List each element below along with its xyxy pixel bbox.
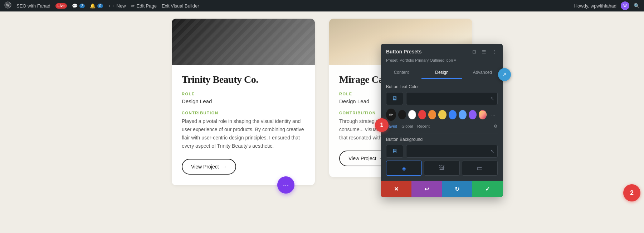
swatch-blue-dark[interactable] bbox=[449, 110, 457, 119]
admin-bar-right: Howdy, wpwithfahad W 🔍 bbox=[574, 1, 640, 10]
notifications-item[interactable]: 🔔 0 bbox=[90, 3, 103, 9]
bg-monitor-btn[interactable]: 🖥 bbox=[386, 145, 403, 158]
tab-design[interactable]: Design bbox=[421, 67, 462, 79]
panel-footer: ✕ ↩ ↻ ✓ bbox=[381, 181, 503, 197]
text-color-monitor-btn[interactable]: 🖥 bbox=[386, 92, 403, 105]
text-color-label: Button Text Color bbox=[386, 84, 498, 89]
swatch-orange[interactable] bbox=[428, 110, 436, 119]
badge-1: 1 bbox=[375, 118, 389, 132]
swatch-black[interactable] bbox=[398, 110, 406, 119]
gradient-icon: ◈ bbox=[402, 165, 406, 172]
text-color-text-input[interactable]: ↖ bbox=[406, 92, 498, 105]
cancel-button[interactable]: ✕ bbox=[381, 181, 411, 197]
text-color-input-row: 🖥 ↖ bbox=[386, 92, 498, 105]
more-icon: ··· bbox=[283, 181, 289, 189]
bg-gradient-btn[interactable]: ◈ bbox=[386, 161, 422, 176]
image2-icon: 🗃 bbox=[477, 165, 483, 171]
swatch-purple[interactable] bbox=[469, 110, 477, 119]
howdy-text: Howdy, wpwithfahad bbox=[574, 3, 616, 9]
bg-image-btn[interactable]: 🖼 bbox=[424, 161, 460, 176]
panel-columns-icon[interactable]: ☰ bbox=[480, 48, 488, 55]
preset-selector[interactable]: Preset: Portfolio Primary Outlined Icon … bbox=[386, 58, 456, 62]
floating-more-button[interactable]: ··· bbox=[277, 176, 294, 194]
trinity-btn-arrow: → bbox=[222, 164, 227, 170]
badge-2: 2 bbox=[623, 184, 640, 201]
bg-cursor-icon: ↖ bbox=[490, 148, 494, 154]
swatch-blue[interactable] bbox=[459, 110, 467, 119]
search-icon[interactable]: 🔍 bbox=[634, 3, 640, 9]
plus-icon: + bbox=[108, 3, 111, 9]
panel-resize-icon[interactable]: ⊡ bbox=[470, 48, 478, 55]
wordpress-icon[interactable]: W bbox=[4, 1, 11, 10]
swatch-red[interactable] bbox=[418, 110, 426, 119]
swatch-gradient[interactable] bbox=[479, 110, 487, 119]
svg-text:W: W bbox=[6, 3, 10, 7]
panel-title: Button Presets bbox=[386, 49, 422, 54]
panel-float-button[interactable]: ↗ bbox=[498, 68, 511, 81]
site-name[interactable]: SEO with Fahad bbox=[16, 3, 50, 9]
swatch-yellow[interactable] bbox=[438, 110, 446, 119]
admin-bar-left: W SEO with Fahad Live 💬 2 🔔 0 + + New ✏ … bbox=[4, 1, 569, 10]
recent-tab[interactable]: Recent bbox=[417, 124, 430, 128]
bg-label: Button Background bbox=[386, 137, 498, 142]
bg-type-row: ◈ 🖼 🗃 bbox=[386, 161, 498, 176]
trinity-card-image bbox=[172, 19, 315, 65]
mirage-btn-label: View Project bbox=[348, 156, 376, 161]
more-colors-btn[interactable]: ··· bbox=[489, 110, 498, 119]
more-dots-icon: ··· bbox=[491, 112, 496, 118]
swatches-row: ✏ ··· bbox=[386, 109, 498, 121]
tab-content[interactable]: Content bbox=[381, 67, 421, 79]
button-presets-panel: Button Presets ⊡ ☰ ⋮ Preset: Portfolio P… bbox=[381, 44, 503, 197]
trinity-card-title: Trinity Beauty Co. bbox=[182, 74, 305, 85]
pen-icon: ✏ bbox=[389, 112, 393, 118]
monitor-icon: 🖥 bbox=[392, 95, 397, 102]
saved-global-recent-tabs: Saved Global Recent ⚙ bbox=[386, 124, 498, 129]
cursor-icon: ↖ bbox=[490, 96, 494, 101]
trinity-role-value: Design Lead bbox=[182, 98, 305, 104]
avatar-initial: W bbox=[623, 4, 626, 8]
bg-text-input[interactable]: ↖ bbox=[406, 145, 498, 158]
redo-button[interactable]: ↻ bbox=[442, 181, 472, 197]
bg-input-row: 🖥 ↖ bbox=[386, 145, 498, 158]
confirm-button[interactable]: ✓ bbox=[472, 181, 503, 197]
comment-icon: 💬 bbox=[72, 3, 78, 9]
trinity-contribution-label: CONTRIBUTION bbox=[182, 111, 305, 115]
image-icon: 🖼 bbox=[439, 165, 445, 171]
swatch-white[interactable] bbox=[408, 110, 416, 119]
trinity-role-label: ROLE bbox=[182, 92, 305, 96]
tabs-gear-icon[interactable]: ⚙ bbox=[494, 124, 498, 129]
panel-more-icon[interactable]: ⋮ bbox=[491, 48, 498, 55]
bg-monitor-icon: 🖥 bbox=[392, 148, 397, 154]
admin-bar: W SEO with Fahad Live 💬 2 🔔 0 + + New ✏ … bbox=[0, 0, 644, 11]
exit-builder-button[interactable]: Exit Visual Builder bbox=[162, 3, 199, 9]
comments-count: 2 bbox=[79, 4, 85, 8]
avatar[interactable]: W bbox=[621, 1, 629, 10]
trinity-view-project-btn[interactable]: View Project → bbox=[182, 159, 236, 175]
trinity-card: Trinity Beauty Co. ROLE Design Lead CONT… bbox=[172, 19, 315, 185]
trinity-btn-label: View Project bbox=[191, 164, 219, 170]
cards-area: Trinity Beauty Co. ROLE Design Lead CONT… bbox=[0, 11, 644, 233]
bg-image2-btn[interactable]: 🗃 bbox=[462, 161, 498, 176]
comments-item[interactable]: 💬 2 bbox=[72, 3, 85, 9]
tab-advanced[interactable]: Advanced bbox=[462, 67, 503, 79]
trinity-card-body: Trinity Beauty Co. ROLE Design Lead CONT… bbox=[172, 65, 315, 185]
pen-color-btn[interactable]: ✏ bbox=[386, 109, 396, 121]
panel-header: Button Presets ⊡ ☰ ⋮ bbox=[381, 44, 503, 55]
new-button[interactable]: + + New bbox=[108, 3, 126, 9]
pencil-icon: ✏ bbox=[131, 3, 135, 9]
panel-float-icon: ↗ bbox=[502, 72, 507, 77]
main-content: Trinity Beauty Co. ROLE Design Lead CONT… bbox=[0, 11, 644, 233]
global-tab[interactable]: Global bbox=[401, 124, 413, 128]
trinity-contribution-text: Played a pivotal role in shaping the vis… bbox=[182, 117, 305, 150]
trinity-image-bg bbox=[172, 19, 315, 65]
panel-header-icons: ⊡ ☰ ⋮ bbox=[470, 48, 498, 55]
panel-body: Button Text Color 🖥 ↖ ✏ bbox=[381, 79, 503, 181]
panel-tabs: Content Design Advanced bbox=[381, 67, 503, 79]
undo-button[interactable]: ↩ bbox=[411, 181, 442, 197]
notification-icon: 🔔 bbox=[90, 3, 96, 9]
panel-preset-bar: Preset: Portfolio Primary Outlined Icon … bbox=[381, 55, 503, 67]
notifications-count: 0 bbox=[97, 4, 103, 8]
edit-page-button[interactable]: ✏ Edit Page bbox=[131, 3, 157, 9]
panel-divider bbox=[386, 133, 498, 133]
live-badge: Live bbox=[55, 3, 67, 9]
